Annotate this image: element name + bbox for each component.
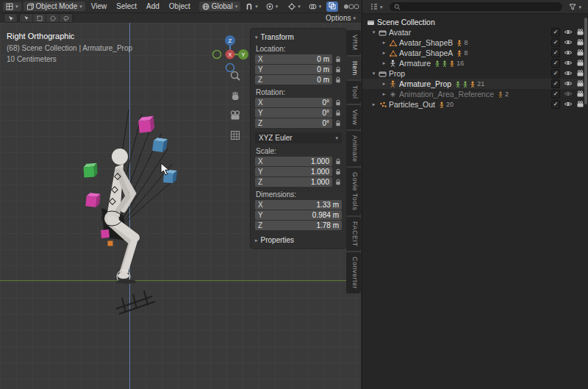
chevron-down-icon: ▾	[276, 4, 279, 9]
transform-panel-header[interactable]: ▾ Transform	[255, 33, 342, 41]
eye-icon[interactable]	[564, 100, 573, 109]
eye-closed-icon[interactable]	[564, 90, 573, 99]
active-viewport-toggle[interactable]	[326, 1, 338, 12]
outliner-row-animation-area-reference[interactable]: ▸ Animation_Area_Reference 2 ✓	[362, 89, 588, 99]
eye-icon[interactable]	[564, 79, 573, 88]
camera-view-icon[interactable]	[229, 110, 241, 123]
item-badges: 8	[456, 49, 467, 57]
tab-vrm[interactable]: VRM	[346, 30, 361, 55]
options-dropdown[interactable]: Options ▾	[326, 14, 356, 22]
eye-icon[interactable]	[564, 38, 573, 47]
viewport-canvas[interactable]: Right Orthographic (68) Scene Collection…	[0, 23, 361, 389]
selectable-checkbox[interactable]: ✓	[551, 90, 560, 99]
dimensions-y-field[interactable]: Y0.984 m	[255, 210, 342, 220]
outliner-row-avatar[interactable]: ▾ Avatar ✓	[362, 27, 588, 38]
lock-icon[interactable]	[334, 179, 342, 185]
outliner-row-avatar-shapeb[interactable]: ▸ Avatar_ShapeB 8 ✓	[362, 38, 588, 48]
tab-view[interactable]: View	[346, 105, 361, 129]
scene-cubes[interactable]	[83, 116, 177, 246]
disclosure-closed-icon[interactable]: ▸	[380, 50, 388, 56]
disclosure-closed-icon[interactable]: ▸	[380, 40, 388, 46]
menu-view[interactable]: View	[87, 1, 111, 11]
rotation-y-field[interactable]: Y0°	[255, 108, 332, 118]
tab-govie-tools[interactable]: Govie Tools	[346, 168, 361, 215]
selectable-checkbox[interactable]: ✓	[551, 100, 560, 109]
active-tool-button[interactable]	[4, 13, 18, 23]
disclosure-open-icon[interactable]: ▾	[370, 29, 378, 35]
eye-icon[interactable]	[564, 49, 573, 57]
disclosure-closed-icon[interactable]: ▸	[380, 91, 388, 97]
rotation-mode-dropdown[interactable]: XYZ Euler ▾	[255, 132, 342, 143]
lock-icon[interactable]	[334, 66, 342, 73]
select-tweak-button[interactable]	[20, 14, 33, 22]
orientation-dropdown[interactable]: Global ▾	[199, 1, 240, 11]
tab-tool[interactable]: Tool	[346, 81, 361, 104]
selectable-checkbox[interactable]: ✓	[551, 59, 560, 68]
scale-z-field[interactable]: Z1.000	[255, 177, 332, 187]
editor-type-button[interactable]: ▾	[3, 2, 21, 11]
gizmo-neg-y[interactable]	[213, 51, 221, 59]
selectable-checkbox[interactable]: ✓	[551, 49, 560, 57]
properties-panel-header[interactable]: ▸ Properties	[255, 236, 342, 244]
outliner-row-armature[interactable]: ▸ Armature 16 ✓	[362, 58, 588, 68]
rotation-x-field[interactable]: X0°	[255, 98, 332, 107]
outliner-row-prop[interactable]: ▾ Prop ✓	[362, 68, 588, 79]
item-badges: 16	[434, 60, 464, 67]
selectable-checkbox[interactable]: ✓	[551, 38, 560, 47]
outliner-row-armature-prop[interactable]: ▸ Armature_Prop 21 ✓	[362, 79, 588, 89]
disclosure-closed-icon[interactable]: ▸	[380, 81, 388, 87]
outliner-row-particles-out[interactable]: ▸ Particles_Out 20 ✓	[362, 99, 588, 110]
menu-add[interactable]: Add	[143, 1, 163, 11]
lock-icon[interactable]	[334, 99, 342, 106]
dimensions-z-field[interactable]: Z1.78 m	[255, 221, 342, 230]
outliner-scrollbar[interactable]	[584, 18, 587, 104]
grid-toggle-icon[interactable]	[229, 129, 241, 143]
scale-y-field[interactable]: Y1.000	[255, 167, 332, 176]
lock-icon[interactable]	[334, 110, 342, 116]
pose-icon	[455, 81, 461, 88]
selectable-checkbox[interactable]: ✓	[551, 79, 560, 88]
show-gizmo-dropdown[interactable]: ▾	[285, 2, 304, 11]
location-x-field[interactable]: X0 m	[255, 54, 332, 64]
outliner-row-scene-collection[interactable]: Scene Collection	[362, 17, 588, 27]
tab-item[interactable]: Item	[346, 57, 361, 80]
select-circle-button[interactable]	[46, 14, 60, 22]
location-y-field[interactable]: Y0 m	[255, 65, 332, 74]
proportional-editing-dropdown[interactable]: ▾	[263, 2, 282, 11]
select-lasso-button[interactable]	[60, 14, 73, 22]
eye-icon[interactable]	[564, 28, 573, 37]
snap-dropdown[interactable]: ▾	[243, 2, 261, 11]
tab-converter[interactable]: Converter	[346, 252, 361, 293]
show-overlays-dropdown[interactable]: ▾	[306, 2, 325, 11]
outliner-editor-type-button[interactable]: ▾	[367, 2, 386, 11]
tab-animate[interactable]: Animate	[346, 131, 361, 167]
lock-icon[interactable]	[334, 56, 342, 63]
menu-select[interactable]: Select	[112, 1, 140, 11]
exclude-checkbox[interactable]: ✓	[551, 28, 560, 37]
action-icon	[470, 81, 476, 88]
zoom-icon[interactable]	[229, 70, 241, 83]
mode-dropdown[interactable]: Object Mode ▾	[24, 1, 85, 11]
disclosure-open-icon[interactable]: ▾	[370, 71, 378, 76]
rotation-z-field[interactable]: Z0°	[255, 118, 332, 128]
eye-icon[interactable]	[564, 69, 573, 78]
menu-object[interactable]: Object	[165, 1, 194, 11]
pan-hand-icon[interactable]	[229, 90, 241, 103]
outliner-filter-button[interactable]: ▾	[566, 3, 584, 11]
scale-x-field[interactable]: X1.000	[255, 157, 332, 166]
lock-icon[interactable]	[334, 158, 342, 165]
location-z-field[interactable]: Z0 m	[255, 75, 332, 85]
lock-icon[interactable]	[334, 120, 342, 126]
lock-icon[interactable]	[334, 76, 342, 83]
disclosure-closed-icon[interactable]: ▸	[370, 101, 378, 107]
disclosure-closed-icon[interactable]: ▸	[380, 60, 388, 66]
outliner-row-avatar-shapea[interactable]: ▸ Avatar_ShapeA 8 ✓	[362, 48, 588, 58]
reference-object[interactable]	[116, 290, 155, 314]
exclude-checkbox[interactable]: ✓	[551, 69, 560, 78]
eye-icon[interactable]	[564, 59, 573, 68]
dimensions-x-field[interactable]: X1.33 m	[255, 200, 342, 210]
tab-faceit[interactable]: FACEIT	[346, 217, 361, 251]
select-box-button[interactable]	[33, 14, 46, 22]
lock-icon[interactable]	[334, 168, 342, 175]
outliner-search-input[interactable]	[390, 2, 563, 11]
